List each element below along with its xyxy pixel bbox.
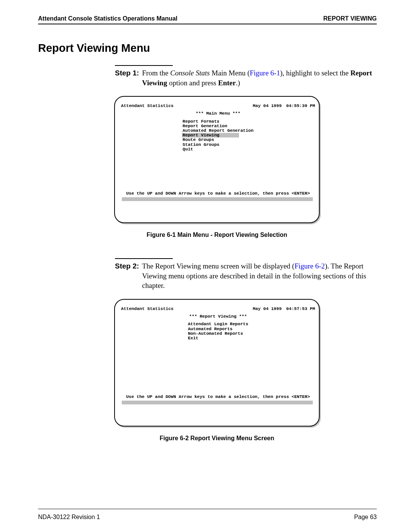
figure-6-1-caption: Figure 6-1 Main Menu - Report Viewing Se…	[114, 232, 320, 238]
figure-6-2: Attendant Statistics May 04 1999 04:57:5…	[114, 299, 377, 427]
menu-item: Automated Reports	[187, 327, 249, 331]
terminal-screen-2: Attendant Statistics May 04 1999 04:57:5…	[114, 299, 320, 427]
step-2-body: The Report Viewing menu screen will be d…	[142, 261, 377, 291]
terminal-menu-2: Attendant Login Reports Automated Report…	[187, 322, 249, 340]
step-1-block: Step 1: From the Console Stats Main Menu…	[115, 65, 377, 88]
terminal-app-name: Attendant Statistics	[121, 307, 174, 311]
header-right: REPORT VIEWING	[323, 15, 377, 22]
terminal-time: 04:57:53 PM	[286, 307, 315, 311]
figure-6-2-caption: Figure 6-2 Report Viewing Menu Screen	[114, 435, 320, 442]
step-1-label: Step 1:	[115, 68, 139, 88]
terminal-status-bar	[122, 197, 313, 201]
terminal-date: May 04 1999	[253, 104, 282, 108]
step-2-text: Step 2: The Report Viewing menu screen w…	[115, 261, 377, 291]
section-title: Report Viewing Menu	[38, 42, 377, 54]
menu-item: Quit	[182, 147, 254, 152]
terminal-status-bar	[122, 401, 313, 404]
terminal-help-text: Use the UP and DOWN Arrow keys to make a…	[121, 191, 315, 196]
document-footer: NDA-30122 Revision 1 Page 63	[38, 514, 377, 521]
step-2-label: Step 2:	[115, 261, 139, 291]
step-2-block: Step 2: The Report Viewing menu screen w…	[115, 258, 377, 291]
menu-item: Exit	[187, 336, 249, 340]
terminal-menu-title: *** Main Menu ***	[121, 111, 315, 116]
terminal-help-text: Use the UP and DOWN Arrow keys to make a…	[121, 395, 315, 399]
terminal-time: 04:55:39 PM	[286, 104, 315, 108]
figure-6-1: Attendant Statistics May 04 1999 04:55:3…	[114, 96, 377, 223]
menu-item: Attendant Login Reports	[187, 322, 249, 326]
footer-left: NDA-30122 Revision 1	[38, 514, 100, 521]
footer-right: Page 63	[354, 514, 377, 521]
step-1-body: From the Console Stats Main Menu (Figure…	[142, 68, 377, 88]
menu-item: Station Groups	[182, 142, 254, 147]
step-1-text: Step 1: From the Console Stats Main Menu…	[115, 68, 377, 88]
terminal-menu-title: *** Report Viewing ***	[121, 314, 315, 319]
figure-6-2-link[interactable]: Figure 6-2	[295, 262, 325, 270]
terminal-app-name: Attendant Statistics	[121, 104, 174, 108]
step-rule	[115, 258, 173, 259]
terminal-menu-1: Report Formats Report Generation Automat…	[182, 119, 254, 152]
figure-6-1-link[interactable]: Figure 6-1	[250, 69, 280, 77]
menu-item: Route Groups	[182, 137, 254, 142]
header-left: Attendant Console Statistics Operations …	[38, 15, 177, 22]
footer-rule	[38, 509, 377, 509]
terminal-date: May 04 1999	[253, 307, 282, 311]
step-rule	[115, 65, 173, 66]
document-header: Attendant Console Statistics Operations …	[38, 15, 377, 24]
terminal-screen-1: Attendant Statistics May 04 1999 04:55:3…	[114, 96, 320, 223]
